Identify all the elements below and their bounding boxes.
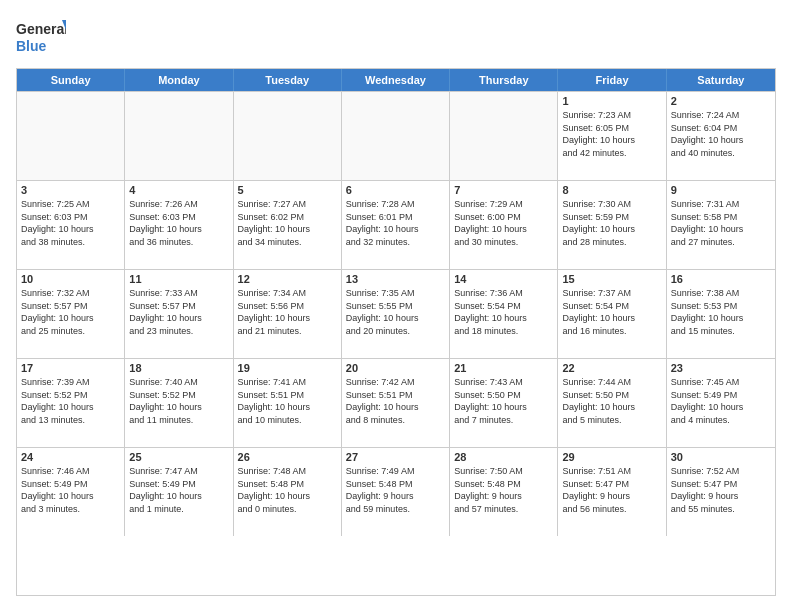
day-18: 18Sunrise: 7:40 AM Sunset: 5:52 PM Dayli… bbox=[125, 359, 233, 447]
day-info-3: Sunrise: 7:25 AM Sunset: 6:03 PM Dayligh… bbox=[21, 198, 120, 248]
day-info-28: Sunrise: 7:50 AM Sunset: 5:48 PM Dayligh… bbox=[454, 465, 553, 515]
svg-text:Blue: Blue bbox=[16, 38, 47, 54]
day-28: 28Sunrise: 7:50 AM Sunset: 5:48 PM Dayli… bbox=[450, 448, 558, 536]
logo: General Blue bbox=[16, 16, 66, 58]
week-row-5: 24Sunrise: 7:46 AM Sunset: 5:49 PM Dayli… bbox=[17, 447, 775, 536]
day-4: 4Sunrise: 7:26 AM Sunset: 6:03 PM Daylig… bbox=[125, 181, 233, 269]
day-number-7: 7 bbox=[454, 184, 553, 196]
calendar-body: 1Sunrise: 7:23 AM Sunset: 6:05 PM Daylig… bbox=[17, 91, 775, 536]
day-info-14: Sunrise: 7:36 AM Sunset: 5:54 PM Dayligh… bbox=[454, 287, 553, 337]
day-info-5: Sunrise: 7:27 AM Sunset: 6:02 PM Dayligh… bbox=[238, 198, 337, 248]
week-row-4: 17Sunrise: 7:39 AM Sunset: 5:52 PM Dayli… bbox=[17, 358, 775, 447]
header-tuesday: Tuesday bbox=[234, 69, 342, 91]
day-number-26: 26 bbox=[238, 451, 337, 463]
day-number-13: 13 bbox=[346, 273, 445, 285]
day-info-1: Sunrise: 7:23 AM Sunset: 6:05 PM Dayligh… bbox=[562, 109, 661, 159]
day-info-26: Sunrise: 7:48 AM Sunset: 5:48 PM Dayligh… bbox=[238, 465, 337, 515]
day-number-12: 12 bbox=[238, 273, 337, 285]
day-26: 26Sunrise: 7:48 AM Sunset: 5:48 PM Dayli… bbox=[234, 448, 342, 536]
day-23: 23Sunrise: 7:45 AM Sunset: 5:49 PM Dayli… bbox=[667, 359, 775, 447]
day-27: 27Sunrise: 7:49 AM Sunset: 5:48 PM Dayli… bbox=[342, 448, 450, 536]
day-number-4: 4 bbox=[129, 184, 228, 196]
day-info-7: Sunrise: 7:29 AM Sunset: 6:00 PM Dayligh… bbox=[454, 198, 553, 248]
day-19: 19Sunrise: 7:41 AM Sunset: 5:51 PM Dayli… bbox=[234, 359, 342, 447]
header-friday: Friday bbox=[558, 69, 666, 91]
day-29: 29Sunrise: 7:51 AM Sunset: 5:47 PM Dayli… bbox=[558, 448, 666, 536]
day-number-20: 20 bbox=[346, 362, 445, 374]
empty-cell-0-4 bbox=[450, 92, 558, 180]
day-3: 3Sunrise: 7:25 AM Sunset: 6:03 PM Daylig… bbox=[17, 181, 125, 269]
day-14: 14Sunrise: 7:36 AM Sunset: 5:54 PM Dayli… bbox=[450, 270, 558, 358]
day-22: 22Sunrise: 7:44 AM Sunset: 5:50 PM Dayli… bbox=[558, 359, 666, 447]
day-15: 15Sunrise: 7:37 AM Sunset: 5:54 PM Dayli… bbox=[558, 270, 666, 358]
day-number-5: 5 bbox=[238, 184, 337, 196]
day-info-17: Sunrise: 7:39 AM Sunset: 5:52 PM Dayligh… bbox=[21, 376, 120, 426]
day-info-23: Sunrise: 7:45 AM Sunset: 5:49 PM Dayligh… bbox=[671, 376, 771, 426]
svg-text:General: General bbox=[16, 21, 66, 37]
day-info-8: Sunrise: 7:30 AM Sunset: 5:59 PM Dayligh… bbox=[562, 198, 661, 248]
day-info-22: Sunrise: 7:44 AM Sunset: 5:50 PM Dayligh… bbox=[562, 376, 661, 426]
day-number-29: 29 bbox=[562, 451, 661, 463]
day-6: 6Sunrise: 7:28 AM Sunset: 6:01 PM Daylig… bbox=[342, 181, 450, 269]
day-2: 2Sunrise: 7:24 AM Sunset: 6:04 PM Daylig… bbox=[667, 92, 775, 180]
day-16: 16Sunrise: 7:38 AM Sunset: 5:53 PM Dayli… bbox=[667, 270, 775, 358]
day-info-19: Sunrise: 7:41 AM Sunset: 5:51 PM Dayligh… bbox=[238, 376, 337, 426]
day-info-24: Sunrise: 7:46 AM Sunset: 5:49 PM Dayligh… bbox=[21, 465, 120, 515]
day-info-10: Sunrise: 7:32 AM Sunset: 5:57 PM Dayligh… bbox=[21, 287, 120, 337]
day-number-27: 27 bbox=[346, 451, 445, 463]
day-number-24: 24 bbox=[21, 451, 120, 463]
day-number-15: 15 bbox=[562, 273, 661, 285]
day-5: 5Sunrise: 7:27 AM Sunset: 6:02 PM Daylig… bbox=[234, 181, 342, 269]
day-number-6: 6 bbox=[346, 184, 445, 196]
week-row-2: 3Sunrise: 7:25 AM Sunset: 6:03 PM Daylig… bbox=[17, 180, 775, 269]
day-number-19: 19 bbox=[238, 362, 337, 374]
day-11: 11Sunrise: 7:33 AM Sunset: 5:57 PM Dayli… bbox=[125, 270, 233, 358]
week-row-1: 1Sunrise: 7:23 AM Sunset: 6:05 PM Daylig… bbox=[17, 91, 775, 180]
day-info-16: Sunrise: 7:38 AM Sunset: 5:53 PM Dayligh… bbox=[671, 287, 771, 337]
day-number-18: 18 bbox=[129, 362, 228, 374]
day-number-9: 9 bbox=[671, 184, 771, 196]
day-20: 20Sunrise: 7:42 AM Sunset: 5:51 PM Dayli… bbox=[342, 359, 450, 447]
day-7: 7Sunrise: 7:29 AM Sunset: 6:00 PM Daylig… bbox=[450, 181, 558, 269]
header: General Blue bbox=[16, 16, 776, 58]
day-1: 1Sunrise: 7:23 AM Sunset: 6:05 PM Daylig… bbox=[558, 92, 666, 180]
header-monday: Monday bbox=[125, 69, 233, 91]
day-number-8: 8 bbox=[562, 184, 661, 196]
empty-cell-0-3 bbox=[342, 92, 450, 180]
day-number-2: 2 bbox=[671, 95, 771, 107]
day-30: 30Sunrise: 7:52 AM Sunset: 5:47 PM Dayli… bbox=[667, 448, 775, 536]
calendar-header: SundayMondayTuesdayWednesdayThursdayFrid… bbox=[17, 69, 775, 91]
calendar-page: General Blue SundayMondayTuesdayWednesda… bbox=[0, 0, 792, 612]
day-25: 25Sunrise: 7:47 AM Sunset: 5:49 PM Dayli… bbox=[125, 448, 233, 536]
day-info-27: Sunrise: 7:49 AM Sunset: 5:48 PM Dayligh… bbox=[346, 465, 445, 515]
day-21: 21Sunrise: 7:43 AM Sunset: 5:50 PM Dayli… bbox=[450, 359, 558, 447]
day-info-2: Sunrise: 7:24 AM Sunset: 6:04 PM Dayligh… bbox=[671, 109, 771, 159]
day-number-3: 3 bbox=[21, 184, 120, 196]
day-number-22: 22 bbox=[562, 362, 661, 374]
day-number-30: 30 bbox=[671, 451, 771, 463]
header-sunday: Sunday bbox=[17, 69, 125, 91]
day-9: 9Sunrise: 7:31 AM Sunset: 5:58 PM Daylig… bbox=[667, 181, 775, 269]
week-row-3: 10Sunrise: 7:32 AM Sunset: 5:57 PM Dayli… bbox=[17, 269, 775, 358]
day-info-29: Sunrise: 7:51 AM Sunset: 5:47 PM Dayligh… bbox=[562, 465, 661, 515]
day-info-15: Sunrise: 7:37 AM Sunset: 5:54 PM Dayligh… bbox=[562, 287, 661, 337]
empty-cell-0-2 bbox=[234, 92, 342, 180]
day-number-28: 28 bbox=[454, 451, 553, 463]
header-saturday: Saturday bbox=[667, 69, 775, 91]
empty-cell-0-0 bbox=[17, 92, 125, 180]
day-info-4: Sunrise: 7:26 AM Sunset: 6:03 PM Dayligh… bbox=[129, 198, 228, 248]
day-number-14: 14 bbox=[454, 273, 553, 285]
day-number-16: 16 bbox=[671, 273, 771, 285]
day-info-30: Sunrise: 7:52 AM Sunset: 5:47 PM Dayligh… bbox=[671, 465, 771, 515]
header-thursday: Thursday bbox=[450, 69, 558, 91]
day-number-10: 10 bbox=[21, 273, 120, 285]
day-info-20: Sunrise: 7:42 AM Sunset: 5:51 PM Dayligh… bbox=[346, 376, 445, 426]
day-info-25: Sunrise: 7:47 AM Sunset: 5:49 PM Dayligh… bbox=[129, 465, 228, 515]
day-info-9: Sunrise: 7:31 AM Sunset: 5:58 PM Dayligh… bbox=[671, 198, 771, 248]
header-wednesday: Wednesday bbox=[342, 69, 450, 91]
day-info-11: Sunrise: 7:33 AM Sunset: 5:57 PM Dayligh… bbox=[129, 287, 228, 337]
logo-svg: General Blue bbox=[16, 16, 66, 58]
day-10: 10Sunrise: 7:32 AM Sunset: 5:57 PM Dayli… bbox=[17, 270, 125, 358]
day-24: 24Sunrise: 7:46 AM Sunset: 5:49 PM Dayli… bbox=[17, 448, 125, 536]
day-number-1: 1 bbox=[562, 95, 661, 107]
